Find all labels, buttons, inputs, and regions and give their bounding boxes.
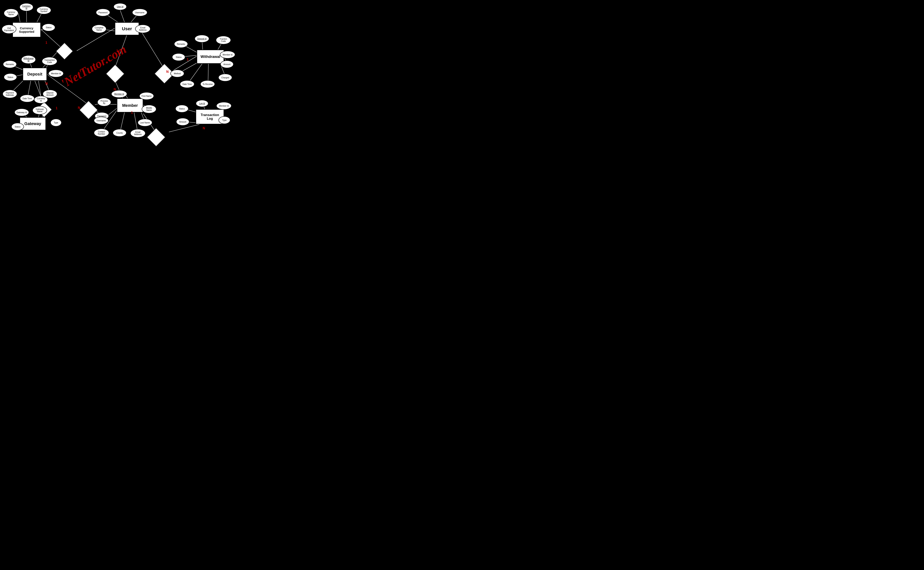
attr-log-member-id: Member Id <box>216 102 232 110</box>
svg-line-13 <box>139 28 163 67</box>
cardinality-currency-1: 1 <box>46 41 47 44</box>
attr-deposit-currency-id: CurrencyId <box>34 96 48 104</box>
attr-withdrawal-id: WithdrawalId <box>21 55 36 64</box>
attr-to-receive: To Receive <box>200 80 215 88</box>
attr-username-user: Username <box>132 9 147 16</box>
attr-deposit-id: Deposit Id <box>195 35 209 43</box>
attr-withdrawal-remarks: Remarks <box>174 40 188 48</box>
attr-user-email: EmailAddress <box>135 25 150 33</box>
cardinality-withdraw-n: N <box>166 70 169 74</box>
attr-traction-code: TractionCode <box>216 36 231 44</box>
attr-member-username: Username <box>94 116 109 124</box>
attr-method: Method <box>170 70 184 77</box>
attr-payment-gateway: PaymentGateway <box>3 90 17 98</box>
attr-user-password: Password <box>96 9 110 16</box>
attr-gateway-type: Type <box>51 119 61 127</box>
entity-gateway: Gateway <box>20 117 46 130</box>
cardinality-deposit-n: N <box>46 82 48 86</box>
cardinality-record-1: 1 <box>131 111 133 115</box>
attr-currency-status: Status <box>42 23 55 31</box>
attr-gateway-name: GatewayName <box>32 106 47 115</box>
svg-line-7 <box>120 10 124 22</box>
attr-first-name: First Name <box>139 92 154 100</box>
attr-withdrawal-datetime: Date Time <box>180 80 195 88</box>
er-diagram: Currency Supported User Deposit Member W… <box>0 0 246 152</box>
attr-gateway-id: Gateway Id <box>14 109 29 116</box>
attr-log-type: Type <box>218 116 230 124</box>
attr-currency-id: CurrencyId <box>20 3 33 11</box>
cardinality-deposit-rel-n: N <box>78 106 80 110</box>
cardinality-member-n: N <box>114 87 116 91</box>
attr-deposit-status: Status <box>4 73 17 81</box>
attr-transaction-code: TransactionCode <box>42 57 57 66</box>
attr-log-amount: Amount <box>176 118 189 126</box>
attr-deposit-datetime: Date Time <box>20 95 35 102</box>
attr-user-id: User Id <box>114 3 127 10</box>
attr-process-by: ProcessBy <box>97 98 111 106</box>
attr-member-email: EmailAddress <box>130 129 146 138</box>
entity-currency-supported: Currency Supported <box>12 22 41 37</box>
attr-currency-symbol: CurrencySymbol <box>37 6 51 14</box>
entity-withdrawal: Withdrawal <box>196 49 224 64</box>
attr-usd-equivalent: UsdEquivalent <box>2 25 16 34</box>
cardinality-has-bot-1: 1 <box>56 106 58 110</box>
attr-currency-name: CurrencyName <box>4 9 18 18</box>
attr-deposit-remarks: Remarks <box>3 60 17 68</box>
attr-county: County <box>113 129 126 137</box>
attr-contact-number: ContactNumber <box>94 129 109 137</box>
entity-deposit: Deposit <box>23 67 47 81</box>
entity-member: Member <box>117 98 143 113</box>
attr-complete-name: CompleteName <box>92 25 106 33</box>
cardinality-record-n: N <box>203 127 205 130</box>
cardinality-withdrawal-1: 1 <box>187 58 189 61</box>
attr-withdrawal-amount: Amount <box>220 60 233 68</box>
attr-last-name: Last Name <box>138 119 152 127</box>
attr-middle-name: MiddleName <box>142 105 157 113</box>
attr-log-status: Status <box>175 105 189 113</box>
attr-gateway-status: Status <box>11 123 24 130</box>
attr-log-id: Log Id <box>196 100 209 107</box>
attr-charged: Charged <box>218 74 232 81</box>
attr-withdrawal-status: Status <box>172 53 185 61</box>
attr-withdrawal-member-id: Member Id <box>220 51 235 58</box>
attr-deposit-member-id: Member Id <box>48 70 64 77</box>
